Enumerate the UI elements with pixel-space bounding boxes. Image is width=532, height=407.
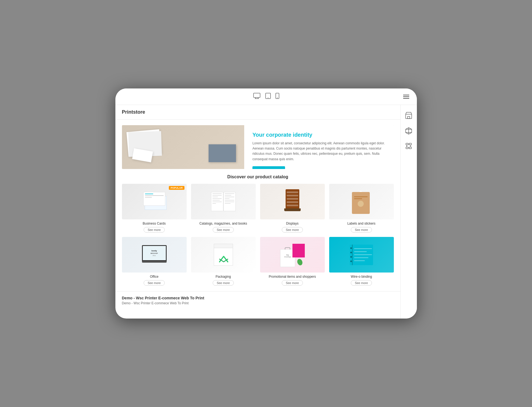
sidebar-icon-store[interactable] [404, 110, 414, 120]
see-more-displays[interactable]: See more [282, 227, 303, 233]
tablet-frame: Printstore Your corporate identity Lorem… [115, 88, 417, 319]
product-name-wireo: Wire-o binding [351, 275, 372, 279]
display-mockup [284, 189, 301, 214]
see-more-office[interactable]: See more [144, 280, 165, 286]
product-image-business-cards[interactable]: POPULAR [122, 184, 187, 219]
see-more-promotional[interactable]: See more [282, 280, 303, 286]
laptop-mockup: lovely MOCKUP office [142, 245, 167, 264]
product-card-office: lovely MOCKUP office Office Se [122, 237, 187, 286]
product-image-wireo[interactable] [329, 237, 394, 273]
product-card-displays: Displays See more [260, 184, 325, 233]
desktop-icon[interactable] [253, 93, 261, 100]
envelope [209, 144, 236, 162]
see-more-catalogs[interactable]: See more [213, 227, 234, 233]
see-more-wireo[interactable]: See more [351, 280, 372, 286]
product-card-promotional: tagmockup [260, 237, 325, 286]
sidebar-icon-cube[interactable] [404, 126, 414, 136]
product-name-office: Office [150, 275, 158, 279]
svg-point-9 [297, 259, 303, 266]
product-card-wireo: Wire-o binding See more [329, 237, 394, 286]
product-card-packaging: Packaging See more [191, 237, 256, 286]
product-image-labels[interactable] [329, 184, 394, 219]
box-mockup [214, 244, 233, 266]
product-name-promotional: Promotional items and shoppers [269, 275, 316, 279]
svg-rect-11 [408, 116, 410, 119]
top-bar [115, 88, 417, 105]
svg-rect-16 [406, 143, 408, 145]
tag-mockup [352, 189, 371, 214]
discover-more-button[interactable]: Discover more [252, 166, 285, 169]
content-area: Printstore Your corporate identity Lorem… [115, 105, 400, 319]
product-grid: POPULAR [122, 184, 394, 286]
tablet-icon[interactable] [265, 93, 271, 100]
svg-rect-19 [409, 147, 411, 149]
bc-mockup [142, 192, 167, 211]
demo-section: Demo - Wsc Printer E-commece Web To Prin… [115, 291, 400, 309]
product-card-business-cards: POPULAR [122, 184, 187, 233]
hero-banner: Your corporate identity Lorem ipsum dolo… [122, 125, 394, 169]
catalog-title: Discover our product catalog [122, 174, 394, 179]
product-name-packaging: Packaging [215, 275, 231, 279]
hero-title: Your corporate identity [252, 132, 386, 138]
see-more-labels[interactable]: See more [351, 227, 372, 233]
product-name-displays: Displays [286, 222, 298, 225]
hamburger-button[interactable] [401, 93, 411, 101]
product-name-business-cards: Business Cards [143, 222, 166, 225]
product-image-packaging[interactable] [191, 237, 256, 273]
product-name-labels: Labels and stickers [347, 222, 375, 225]
book-mockup [211, 192, 236, 211]
svg-rect-18 [406, 147, 408, 149]
product-image-promotional[interactable]: tagmockup [260, 237, 325, 273]
svg-rect-0 [254, 93, 260, 98]
see-more-business-cards[interactable]: See more [144, 227, 165, 233]
hero-image [122, 125, 244, 169]
device-switcher [253, 93, 279, 100]
sidebar-icon-ar[interactable] [404, 141, 414, 151]
hero-text: Your corporate identity Lorem ipsum dolo… [244, 125, 394, 169]
main-layout: Printstore Your corporate identity Lorem… [115, 105, 417, 319]
product-name-catalogs: Catalogs, magazines, and books [199, 222, 247, 225]
product-image-catalogs[interactable] [191, 184, 256, 219]
mobile-icon[interactable] [275, 93, 279, 100]
product-image-office[interactable]: lovely MOCKUP office [122, 237, 187, 273]
demo-title: Demo - Wsc Printer E-commece Web To Prin… [122, 296, 394, 300]
product-card-catalogs: Catalogs, magazines, and books See more [191, 184, 256, 233]
hero-description: Lorem ipsum dolor sit amet, consectetur … [252, 141, 386, 162]
notebook-mockup [350, 245, 373, 265]
stationery-mockup [122, 125, 244, 169]
product-image-displays[interactable] [260, 184, 325, 219]
svg-marker-8 [292, 244, 305, 257]
sidebar [400, 105, 417, 319]
page-header: Printstore [115, 105, 400, 120]
product-badge: POPULAR [169, 186, 184, 190]
see-more-packaging[interactable]: See more [213, 280, 234, 286]
catalog-section: Discover our product catalog POPULAR [115, 174, 400, 291]
demo-subtitle: Demo - Wsc Printer E-commece Web To Prin… [122, 301, 394, 305]
page-title: Printstore [122, 109, 145, 115]
product-card-labels: Labels and stickers See more [329, 184, 394, 233]
svg-rect-17 [409, 143, 411, 145]
